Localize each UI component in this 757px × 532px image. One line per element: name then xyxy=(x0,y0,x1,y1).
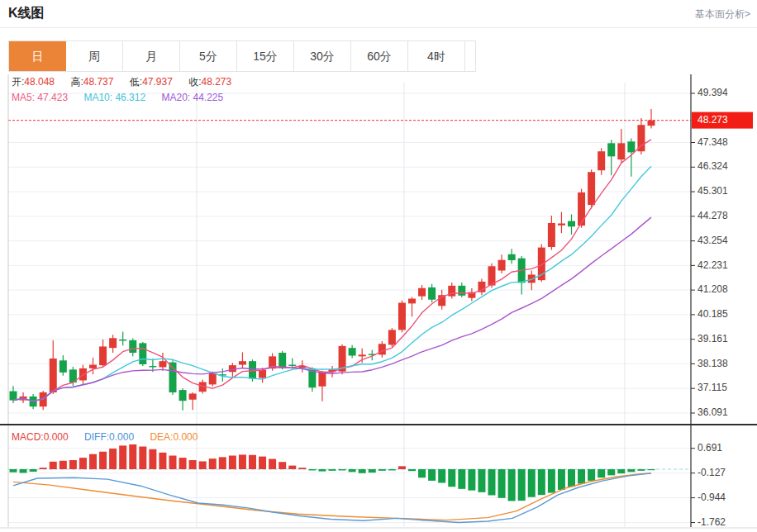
ma20-value: 44.225 xyxy=(193,92,224,103)
candle-body xyxy=(179,390,187,401)
candle-body xyxy=(189,393,197,399)
candle-body xyxy=(617,143,625,159)
macd-bar xyxy=(30,469,37,472)
kline-chart-canvas[interactable]: 49.39447.34846.32445.30144.27843.25442.2… xyxy=(0,74,757,532)
candle-body xyxy=(398,303,406,330)
macd-tick-label: -0.127 xyxy=(697,467,726,478)
ma20-label: MA20: xyxy=(161,92,190,103)
candle-body xyxy=(558,223,565,225)
macd-bar xyxy=(269,459,276,469)
macd-bar xyxy=(209,458,217,469)
macd-bar xyxy=(50,462,57,469)
macd-bar xyxy=(308,469,316,470)
tab-15分[interactable]: 15分 xyxy=(237,41,294,71)
macd-bar xyxy=(478,469,485,492)
price-tick-label: 38.138 xyxy=(697,358,728,369)
macd-bar xyxy=(89,454,97,469)
candle-body xyxy=(349,348,356,355)
tab-4时[interactable]: 4时 xyxy=(408,41,465,71)
macd-bar xyxy=(149,449,156,469)
candle-body xyxy=(159,361,166,367)
price-tick-label: 44.278 xyxy=(697,210,728,221)
macd-bar xyxy=(318,469,326,472)
macd-bar xyxy=(627,469,635,472)
macd-bar xyxy=(229,456,236,469)
low-value: 47.937 xyxy=(142,76,173,88)
tab-月[interactable]: 月 xyxy=(123,41,180,71)
candle-body xyxy=(239,361,246,364)
candle-body xyxy=(209,373,217,385)
macd-bar xyxy=(279,462,286,469)
macd-bar xyxy=(428,469,436,481)
high-value: 48.737 xyxy=(83,76,114,88)
macd-bar xyxy=(508,469,516,501)
macd-bar xyxy=(538,469,545,495)
macd-bar xyxy=(69,460,77,469)
axis-labels: 49.39447.34846.32445.30144.27843.25442.2… xyxy=(691,87,728,528)
candle-body xyxy=(359,354,366,356)
price-tick-label: 39.161 xyxy=(697,333,728,344)
macd-readout: MACD:0.000 DIFF:0.000 DEA:0.000 xyxy=(12,431,211,443)
candle-body xyxy=(139,343,146,364)
macd-bar xyxy=(79,458,87,469)
macd-bar xyxy=(298,468,306,469)
macd-bar xyxy=(159,453,166,469)
diff-label: DIFF: xyxy=(84,431,109,443)
price-tick-label: 41.208 xyxy=(697,283,728,295)
candle-body xyxy=(508,254,516,260)
kline-page: K线图 基本面分析> 日周月5分15分30分60分4时 49.39447.348… xyxy=(0,0,757,532)
candle-body xyxy=(458,286,465,296)
macd-bar xyxy=(219,457,226,469)
macd-bar xyxy=(349,469,356,472)
price-tick-label: 37.115 xyxy=(697,382,727,393)
macd-tick-label: 0.691 xyxy=(697,442,722,454)
candle-body xyxy=(129,340,136,353)
price-tick-label: 43.254 xyxy=(697,235,728,246)
macd-bar xyxy=(189,460,197,469)
macd-bar xyxy=(20,469,27,473)
macd-bar xyxy=(518,469,526,501)
tab-5分[interactable]: 5分 xyxy=(180,41,237,71)
macd-bar xyxy=(109,449,117,469)
close-value: 48.273 xyxy=(202,76,232,88)
macd-value: 0.000 xyxy=(44,431,69,443)
macd-bar xyxy=(398,466,406,469)
current-price-value: 48.273 xyxy=(697,114,728,126)
ma-readout: MA5: 47.423 MA10: 46.312 MA20: 44.225 xyxy=(12,92,236,103)
macd-bar xyxy=(607,469,615,475)
candle-body xyxy=(408,299,416,304)
macd-bar xyxy=(139,447,146,469)
macd-pane xyxy=(8,444,691,523)
diff-value: 0.000 xyxy=(109,431,134,443)
macd-bar xyxy=(548,469,555,493)
macd-bar xyxy=(99,452,107,469)
candle-body xyxy=(288,365,296,366)
macd-bar xyxy=(648,469,655,470)
header-divider xyxy=(0,27,757,28)
open-value: 48.048 xyxy=(24,76,55,88)
macd-bar xyxy=(259,457,266,469)
price-tick-label: 46.324 xyxy=(697,160,728,172)
macd-bar xyxy=(179,458,187,469)
tab-60分[interactable]: 60分 xyxy=(351,41,408,71)
low-label: 低: xyxy=(130,76,142,88)
fundamental-analysis-link[interactable]: 基本面分析> xyxy=(695,7,750,21)
tab-30分[interactable]: 30分 xyxy=(294,41,351,71)
macd-bar xyxy=(418,469,426,477)
ohlc-readout: 开:48.048 高:48.737 低:47.937 收:48.273 xyxy=(12,75,245,89)
candle-body xyxy=(99,346,107,365)
macd-bar xyxy=(617,469,625,473)
macd-bar xyxy=(458,469,465,489)
ma-lines xyxy=(13,140,651,401)
tab-日[interactable]: 日 xyxy=(9,41,66,71)
candle-body xyxy=(279,353,286,368)
period-tabbar: 日周月5分15分30分60分4时 xyxy=(8,40,476,72)
ma5-value: 47.423 xyxy=(37,92,68,103)
ma10-value: 46.312 xyxy=(115,92,145,103)
ma20-line xyxy=(13,217,651,401)
macd-bar xyxy=(637,469,645,471)
macd-bar xyxy=(60,461,67,469)
tab-周[interactable]: 周 xyxy=(66,41,123,71)
macd-bar xyxy=(568,469,575,487)
macd-bar xyxy=(578,469,585,484)
